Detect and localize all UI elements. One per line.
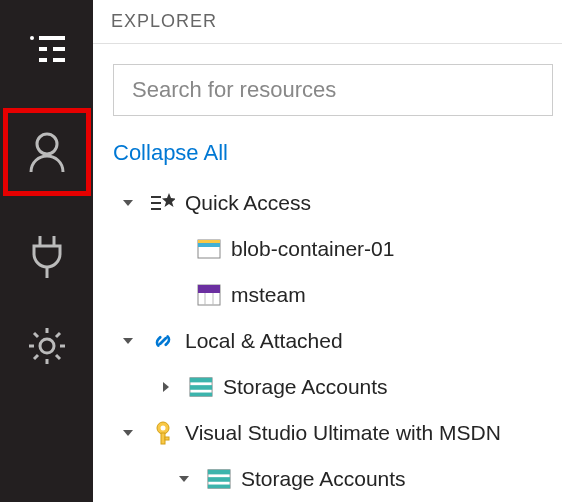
tree-label: Quick Access <box>185 191 311 215</box>
container-icon <box>197 237 221 261</box>
svg-rect-23 <box>190 385 212 390</box>
caret-down-icon <box>121 426 135 440</box>
svg-rect-24 <box>190 393 212 397</box>
collapse-all-link[interactable]: Collapse All <box>93 116 562 180</box>
search-container <box>93 44 562 116</box>
activity-sidebar <box>0 0 93 502</box>
tree-node-subscription[interactable]: Visual Studio Ultimate with MSDN <box>115 410 562 456</box>
caret-right-icon <box>159 380 173 394</box>
search-input[interactable] <box>113 64 553 116</box>
tree-label: Storage Accounts <box>223 375 388 399</box>
svg-point-10 <box>40 339 54 353</box>
resource-tree: Quick Access blob-container-01 msteam Lo… <box>93 180 562 502</box>
tree-item-blob-container[interactable]: blob-container-01 <box>115 226 562 272</box>
tree-item-storage-accounts-sub[interactable]: Storage Accounts <box>115 456 562 502</box>
tree-label: Storage Accounts <box>241 467 406 491</box>
key-icon <box>151 421 175 445</box>
svg-rect-27 <box>161 433 165 444</box>
svg-rect-32 <box>208 485 230 489</box>
svg-rect-28 <box>165 437 169 440</box>
tree-item-msteam[interactable]: msteam <box>115 272 562 318</box>
caret-down-icon <box>177 472 191 486</box>
caret-down-icon <box>121 196 135 210</box>
svg-rect-30 <box>208 470 230 475</box>
tree-label: blob-container-01 <box>231 237 394 261</box>
table-icon <box>197 283 221 307</box>
plug-icon <box>28 234 66 278</box>
tree-label: Local & Attached <box>185 329 343 353</box>
svg-rect-18 <box>198 285 220 293</box>
link-icon <box>151 329 175 353</box>
panel-title: EXPLORER <box>111 11 217 32</box>
list-tree-icon <box>27 33 67 63</box>
svg-rect-31 <box>208 477 230 482</box>
tree-label: msteam <box>231 283 306 307</box>
account-sidebar-button[interactable] <box>17 122 77 182</box>
gear-icon <box>26 325 68 367</box>
account-highlight-frame <box>3 108 91 196</box>
svg-point-26 <box>161 426 166 431</box>
svg-point-6 <box>37 134 57 154</box>
person-icon <box>27 130 67 174</box>
tree-item-storage-accounts[interactable]: Storage Accounts <box>115 364 562 410</box>
explorer-sidebar-button[interactable] <box>17 18 77 78</box>
quick-access-icon <box>151 191 175 215</box>
tree-node-quick-access[interactable]: Quick Access <box>115 180 562 226</box>
connect-sidebar-button[interactable] <box>17 226 77 286</box>
tree-node-local-attached[interactable]: Local & Attached <box>115 318 562 364</box>
tree-label: Visual Studio Ultimate with MSDN <box>185 421 501 445</box>
panel-header: EXPLORER <box>93 0 562 44</box>
explorer-panel: EXPLORER Collapse All Quick Access blob-… <box>93 0 562 502</box>
settings-sidebar-button[interactable] <box>17 316 77 376</box>
storage-icon <box>189 375 213 399</box>
caret-down-icon <box>121 334 135 348</box>
storage-icon <box>207 467 231 491</box>
svg-point-0 <box>30 36 34 40</box>
svg-rect-16 <box>198 240 220 243</box>
svg-rect-22 <box>190 378 212 383</box>
